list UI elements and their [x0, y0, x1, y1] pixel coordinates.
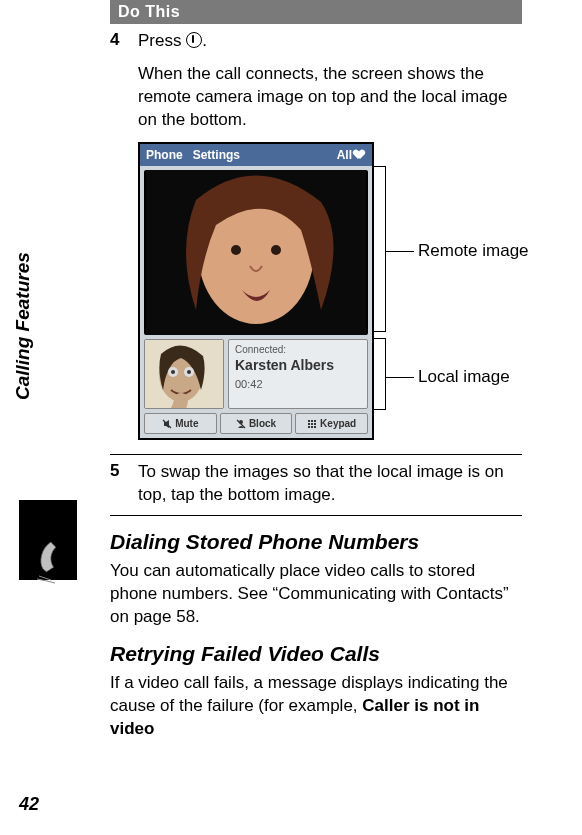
section-body: You can automatically place video calls … — [110, 560, 522, 629]
remote-face-illustration — [144, 170, 368, 335]
remote-bracket — [373, 166, 386, 332]
svg-point-2 — [231, 245, 241, 255]
do-this-header: Do This — [110, 0, 522, 24]
local-row: Connected: Karsten Albers 00:42 — [144, 339, 368, 409]
main-content: Do This 4 Press . When the call connects… — [0, 0, 582, 741]
text: All — [337, 147, 352, 163]
local-bracket — [373, 338, 386, 410]
svg-rect-13 — [308, 420, 310, 422]
menu-settings: Settings — [193, 147, 337, 163]
softkey-keypad: Keypad — [295, 413, 368, 435]
section-heading: Retrying Failed Video Calls — [110, 642, 522, 666]
step-description: When the call connects, the screen shows… — [138, 63, 522, 132]
svg-rect-20 — [311, 426, 313, 428]
heart-icon — [356, 150, 366, 160]
softkey-label: Block — [249, 417, 276, 431]
step-row: 5 To swap the images so that the local i… — [110, 455, 522, 516]
svg-point-3 — [271, 245, 281, 255]
contact-name: Karsten Albers — [235, 356, 361, 375]
screenshot-with-callouts: Phone Settings All — [138, 142, 522, 442]
call-info: Connected: Karsten Albers 00:42 — [228, 339, 368, 409]
power-key-icon — [186, 32, 202, 48]
step-body: To swap the images so that the local ima… — [138, 461, 522, 507]
callout-line — [386, 377, 414, 378]
block-icon — [236, 419, 246, 429]
callout-label: Remote image — [414, 240, 529, 263]
section-body: If a video call fails, a message display… — [110, 672, 522, 741]
text: Press — [138, 31, 186, 50]
step-instruction: Press . — [138, 30, 522, 53]
remote-image-pane — [144, 170, 368, 335]
step-body: Press . When the call connects, the scre… — [138, 30, 522, 446]
svg-rect-21 — [314, 426, 316, 428]
softkey-label: Keypad — [320, 417, 356, 431]
softkey-block: Block — [220, 413, 293, 435]
connected-label: Connected: — [235, 343, 361, 357]
svg-point-8 — [171, 370, 175, 374]
local-face-illustration — [145, 340, 223, 408]
svg-rect-15 — [314, 420, 316, 422]
callout-label: Local image — [414, 366, 510, 389]
step-description: To swap the images so that the local ima… — [138, 461, 522, 507]
phone-menubar: Phone Settings All — [140, 144, 372, 166]
step-number: 4 — [110, 30, 138, 446]
svg-rect-16 — [308, 423, 310, 425]
menu-all: All — [337, 147, 366, 163]
local-image-thumb — [144, 339, 224, 409]
keypad-icon — [307, 419, 317, 429]
call-time: 00:42 — [235, 377, 361, 392]
softkey-label: Mute — [175, 417, 198, 431]
softkey-bar: Mute Block Keypad — [144, 413, 368, 435]
mute-icon — [162, 419, 172, 429]
step-number: 5 — [110, 461, 138, 507]
chapter-tab: Calling Features — [12, 252, 34, 400]
page-number: 42 — [19, 794, 39, 815]
text: . — [202, 31, 207, 50]
phone-receiver-icon — [33, 536, 83, 586]
local-callout: Local image — [386, 366, 510, 389]
svg-rect-19 — [308, 426, 310, 428]
svg-point-9 — [187, 370, 191, 374]
menu-phone: Phone — [146, 147, 183, 163]
svg-rect-17 — [311, 423, 313, 425]
remote-callout: Remote image — [386, 240, 529, 263]
svg-rect-18 — [314, 423, 316, 425]
chapter-icon-block — [19, 500, 77, 580]
callout-line — [386, 251, 414, 252]
section-heading: Dialing Stored Phone Numbers — [110, 530, 522, 554]
step-row: 4 Press . When the call connects, the sc… — [110, 24, 522, 455]
phone-screenshot: Phone Settings All — [138, 142, 374, 441]
svg-rect-14 — [311, 420, 313, 422]
softkey-mute: Mute — [144, 413, 217, 435]
callout-area: Remote image Local image — [374, 142, 522, 442]
